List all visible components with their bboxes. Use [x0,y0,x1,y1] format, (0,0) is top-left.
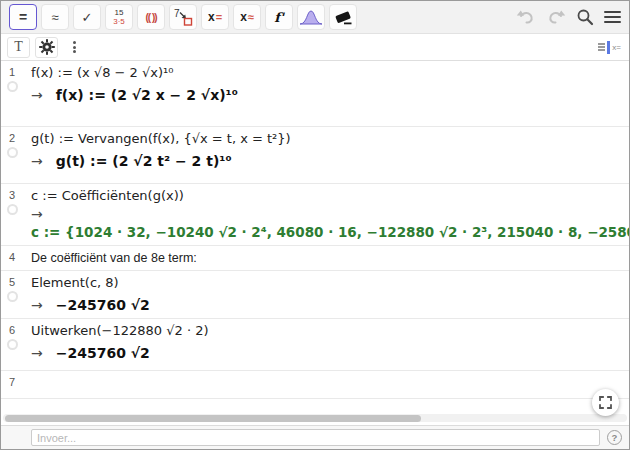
cas-blank-area [1,399,629,411]
scrollbar-track[interactable] [3,414,627,422]
evaluate-button[interactable]: = [9,4,37,30]
output-arrow-icon: → [31,87,43,103]
visibility-toggle[interactable] [7,204,18,215]
redo-icon [546,9,566,25]
output-arrow-icon: → [31,153,43,169]
cas-input[interactable]: Element(c, 8) [31,275,625,290]
factor-button[interactable]: 15 3·5 [105,4,133,30]
output-arrow-icon: → [31,206,625,222]
horizontal-scrollbar [1,411,629,425]
style-bar: T [1,34,629,61]
sort-lines-icon [598,42,605,53]
undo-icon [516,9,536,25]
cas-row-6: 6 Uitwerken(−122880 √2 · 2) → −245760 √2 [1,319,629,371]
row-number: 2 [9,132,15,144]
command-input[interactable] [31,429,600,446]
delete-button[interactable] [329,4,357,30]
cas-text-cell[interactable]: De coëfficiënt van de 8e term: [31,250,625,265]
derivative-button[interactable]: f' [265,4,293,30]
cas-input[interactable]: g(t) := Vervangen(f(x), {√x = t, x = t²}… [31,131,625,146]
derivative-icon: f' [274,10,284,25]
nsolve-icon: x≈ [240,10,254,24]
algebra-style-button[interactable]: x= [596,39,623,56]
row-number: 6 [9,324,15,336]
text-tool-button[interactable]: T [7,37,30,58]
equals-icon: = [19,10,27,24]
gear-icon [39,39,55,55]
numeric-button[interactable]: ≈ [41,4,69,30]
hamburger-icon [604,8,621,26]
eraser-icon [333,9,353,26]
cas-input[interactable]: c := Coëfficiënten(g(x)) [31,188,625,203]
cas-output[interactable]: −245760 √2 [56,345,150,361]
fullscreen-button[interactable] [592,389,619,416]
cursor-bar-icon [607,41,610,54]
geogebra-cas-window: = ≈ ✓ 15 3·5 (( )) 7 [0,0,630,450]
search-button[interactable] [576,8,594,26]
cas-row-1: 1 f(x) := (x √8 − 2 √x)¹⁰ → f(x) := (2 √… [1,61,629,127]
cas-row-5: 5 Element(c, 8) → −245760 √2 [1,271,629,319]
solve-numerically-button[interactable]: x≈ [233,4,261,30]
cas-input[interactable]: f(x) := (x √8 − 2 √x)¹⁰ [31,65,625,80]
factor-icon: 15 [115,9,124,17]
output-arrow-icon: → [31,345,43,361]
kebab-icon [73,40,76,55]
svg-text:7: 7 [174,8,180,19]
row-number: 5 [9,276,15,288]
solve-button[interactable]: x= [201,4,229,30]
help-button[interactable]: ? [607,430,622,445]
expand-icon: (( )) [145,12,156,23]
keep-input-button[interactable]: ✓ [73,4,101,30]
cas-output[interactable]: g(t) := (2 √2 t² − 2 t)¹⁰ [56,153,232,169]
redo-button[interactable] [546,9,566,25]
row-number: 7 [9,376,15,388]
output-arrow-icon: → [31,297,43,313]
more-options-button[interactable] [63,37,86,58]
fullscreen-icon [599,396,612,409]
search-icon [576,8,594,26]
input-bar: ? [1,425,629,449]
cas-output[interactable]: f(x) := (2 √2 x − 2 √x)¹⁰ [56,87,238,103]
style-bar-tools: T [7,37,86,58]
substitute-icon: 7 [173,8,193,26]
cas-row-3: 3 c := Coëfficiënten(g(x)) → c := {1024 … [1,184,629,246]
scrollbar-thumb[interactable] [5,415,421,422]
visibility-toggle[interactable] [7,339,18,350]
cas-output[interactable]: c := {1024 · 32, −10240 √2 · 2⁴, 46080 ·… [31,224,629,240]
cas-toolbar: = ≈ ✓ 15 3·5 (( )) 7 [1,1,629,34]
cas-row-7: 7 [1,371,629,399]
settings-button[interactable] [35,37,58,58]
visibility-toggle[interactable] [7,81,18,92]
checkmark-icon: ✓ [82,11,93,24]
cas-row-4: 4 De coëfficiënt van de 8e term: [1,246,629,271]
expand-button[interactable]: (( )) [137,4,165,30]
probability-button[interactable] [297,4,325,30]
row-number: 4 [9,251,15,263]
solve-icon: x= [208,10,222,24]
cas-row-2: 2 g(t) := Vervangen(f(x), {√x = t, x = t… [1,127,629,184]
substitute-button[interactable]: 7 [169,4,197,30]
cas-empty-input[interactable] [23,371,629,398]
row-number: 3 [9,189,15,201]
approx-icon: ≈ [51,11,58,24]
cas-input[interactable]: Uitwerken(−122880 √2 · 2) [31,323,625,338]
text-icon: T [14,39,23,55]
visibility-toggle[interactable] [7,147,18,158]
visibility-toggle[interactable] [7,291,18,302]
row-number: 1 [9,66,15,78]
normal-curve-icon [299,8,323,26]
undo-button[interactable] [516,9,536,25]
window-actions [516,8,621,26]
algebra-style-label: x= [612,43,621,52]
menu-button[interactable] [604,8,621,26]
cas-output[interactable]: −245760 √2 [56,297,150,313]
question-icon: ? [612,432,618,443]
cas-view: 1 f(x) := (x √8 − 2 √x)¹⁰ → f(x) := (2 √… [1,61,629,411]
cas-tool-group: = ≈ ✓ 15 3·5 (( )) 7 [9,4,357,30]
